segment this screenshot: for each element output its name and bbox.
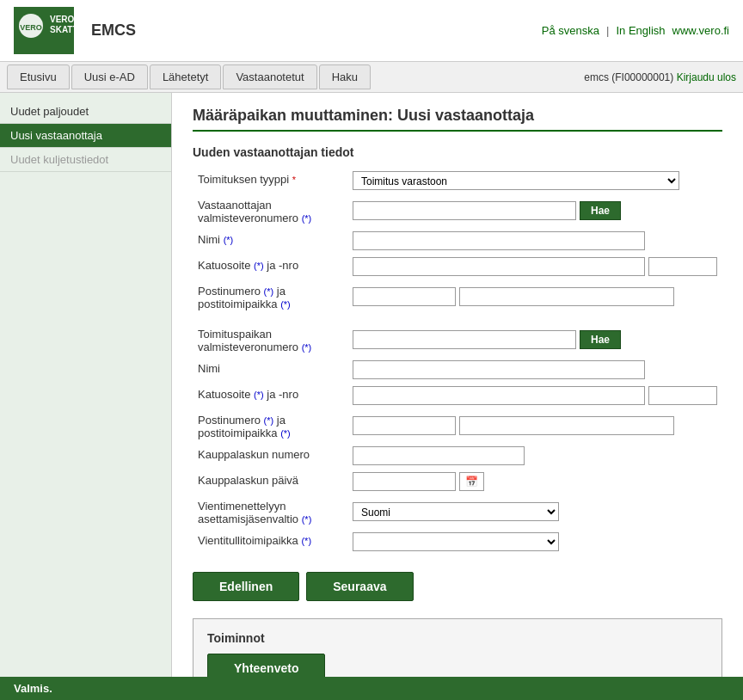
- vientitulli-select[interactable]: [353, 532, 559, 551]
- postitoimipaikka-2-input[interactable]: [459, 416, 674, 435]
- veroskatt-logo: VERO VERO SKATT: [14, 7, 74, 54]
- tab-etusivu[interactable]: Etusivu: [7, 64, 70, 89]
- page-title: Määräpaikan muuttaminen: Uusi vastaanott…: [193, 107, 722, 132]
- toimituksen-tyyppi-select[interactable]: Toimitus varastoon Suora toimitus Vienti: [353, 171, 679, 190]
- sidebar: Uudet paljoudet Uusi vastaanottaja Uudet…: [0, 93, 172, 700]
- postinumero-1-group: [353, 287, 717, 306]
- row-katuosoite-1: Katuosoite (*) ja -nro: [193, 254, 722, 279]
- field-vientitulli: [347, 529, 722, 555]
- header-links: På svenska | In English www.vero.fi: [542, 24, 729, 37]
- label-kauppalaskun-paiva: Kauppalaskun päivä: [193, 469, 347, 494]
- label-nimi-1: Nimi (*): [193, 228, 347, 254]
- paiva-group: 📅: [353, 472, 717, 491]
- field-nimi-2: [347, 357, 722, 383]
- row-postinumero-1: Postinumero (*) ja postitoimipaikka (*): [193, 279, 722, 314]
- content-area: Määräpaikan muuttaminen: Uusi vastaanott…: [172, 93, 743, 700]
- postinumero-2-group: [353, 416, 717, 435]
- label-katuosoite-2: Katuosoite (*) ja -nro: [193, 383, 347, 408]
- user-info: emcs (FI00000001) Kirjaudu ulos: [584, 71, 736, 83]
- postinumero-1-input[interactable]: [353, 287, 456, 306]
- field-vastaanottajan-valmiste: Hae: [347, 193, 722, 228]
- footer-status: Valmis.: [14, 682, 52, 695]
- vientimenettely-select[interactable]: Suomi Ruotsi Saksa: [353, 502, 559, 521]
- katuosoite-2-group: [353, 386, 717, 405]
- toimituspaikan-valmiste-input[interactable]: [353, 330, 576, 349]
- katuosoite-2-input[interactable]: [353, 386, 645, 405]
- sidebar-item-uudet-kuljetustiedot: Uudet kuljetustiedot: [0, 148, 171, 172]
- field-katuosoite-1: [347, 254, 722, 279]
- nro-1-input[interactable]: [648, 257, 717, 276]
- row-nimi-1: Nimi (*): [193, 228, 722, 254]
- tab-haku[interactable]: Haku: [319, 64, 371, 89]
- nro-2-input[interactable]: [648, 386, 717, 405]
- field-katuosoite-2: [347, 383, 722, 408]
- hae-button-2[interactable]: Hae: [580, 330, 621, 349]
- nimi-1-input[interactable]: [353, 231, 645, 250]
- label-postinumero-2: Postinumero (*) ja postitoimipaikka (*): [193, 408, 347, 443]
- label-vastaanottajan-valmiste: Vastaanottajan valmisteveronumero (*): [193, 193, 347, 228]
- logout-link[interactable]: Kirjaudu ulos: [677, 71, 736, 83]
- row-toimituspaikan-valmiste: Toimituspaikan valmisteveronumero (*) Ha…: [193, 322, 722, 357]
- logo-area: VERO VERO SKATT: [14, 7, 74, 54]
- vastaanottajan-valmiste-input[interactable]: [353, 201, 576, 220]
- edellinen-button[interactable]: Edellinen: [193, 572, 299, 601]
- required-star-1: *: [292, 175, 296, 185]
- field-postinumero-2: [347, 408, 722, 443]
- user-id: emcs (FI00000001): [584, 71, 673, 83]
- form-table: Toimituksen tyyppi * Toimitus varastoon …: [193, 168, 722, 555]
- postitoimipaikka-1-input[interactable]: [459, 287, 674, 306]
- katuosoite-1-group: [353, 257, 717, 276]
- label-kauppalaskun-numero: Kauppalaskun numero: [193, 443, 347, 469]
- lang-en-link[interactable]: In English: [616, 24, 665, 37]
- kauppalaskun-numero-input[interactable]: [353, 446, 525, 465]
- tab-vastaanotetut[interactable]: Vastaanotetut: [223, 64, 316, 89]
- row-postinumero-2: Postinumero (*) ja postitoimipaikka (*): [193, 408, 722, 443]
- svg-text:VERO: VERO: [20, 23, 42, 32]
- section-gap-1: [193, 314, 722, 322]
- row-nimi-2: Nimi: [193, 357, 722, 383]
- label-postinumero-1: Postinumero (*) ja postitoimipaikka (*): [193, 279, 347, 314]
- toimituspaikan-field-group: Hae: [353, 330, 717, 349]
- row-kauppalaskun-numero: Kauppalaskun numero: [193, 443, 722, 469]
- row-vientitulli: Vientitullitoimipaikka (*): [193, 529, 722, 555]
- seuraava-button[interactable]: Seuraava: [306, 572, 413, 601]
- postinumero-2-input[interactable]: [353, 416, 456, 435]
- optional-star-1: (*): [302, 213, 312, 224]
- label-katuosoite-1: Katuosoite (*) ja -nro: [193, 254, 347, 279]
- tab-lahetetyt[interactable]: Lähetetyt: [150, 64, 222, 89]
- site-url-link[interactable]: www.vero.fi: [672, 24, 729, 37]
- calendar-button[interactable]: 📅: [459, 472, 484, 491]
- main-layout: Uudet paljoudet Uusi vastaanottaja Uudet…: [0, 93, 743, 700]
- label-vientimenettely: Vientimenettelyyn asettamisjäsenvaltio (…: [193, 494, 347, 529]
- action-buttons: Edellinen Seuraava: [193, 572, 722, 601]
- tab-uusi-e-ad[interactable]: Uusi e-AD: [71, 64, 148, 89]
- field-nimi-1: [347, 228, 722, 254]
- nimi-2-input[interactable]: [353, 360, 645, 379]
- row-kauppalaskun-paiva: Kauppalaskun päivä 📅: [193, 469, 722, 494]
- field-toimituksen-tyyppi: Toimitus varastoon Suora toimitus Vienti: [347, 168, 722, 193]
- field-vientimenettely: Suomi Ruotsi Saksa: [347, 494, 722, 529]
- field-postinumero-1: [347, 279, 722, 314]
- field-toimituspaikan-valmiste: Hae: [347, 322, 722, 357]
- sidebar-item-uudet-paljoudet[interactable]: Uudet paljoudet: [0, 100, 171, 124]
- valmiste-field-group: Hae: [353, 201, 717, 220]
- field-kauppalaskun-numero: [347, 443, 722, 469]
- label-toimituspaikan-valmiste: Toimituspaikan valmisteveronumero (*): [193, 322, 347, 357]
- lang-sv-link[interactable]: På svenska: [542, 24, 599, 37]
- footer: Valmis.: [0, 677, 743, 700]
- header: VERO VERO SKATT EMCS På svenska | In Eng…: [0, 0, 743, 62]
- lang-separator: |: [606, 24, 609, 37]
- field-kauppalaskun-paiva: 📅: [347, 469, 722, 494]
- kauppalaskun-paiva-input[interactable]: [353, 472, 456, 491]
- toiminnot-title: Toiminnot: [207, 631, 708, 645]
- row-toimituksen-tyyppi: Toimituksen tyyppi * Toimitus varastoon …: [193, 168, 722, 193]
- sidebar-item-uusi-vastaanottaja[interactable]: Uusi vastaanottaja: [0, 124, 171, 148]
- katuosoite-1-input[interactable]: [353, 257, 645, 276]
- section-title: Uuden vastaanottajan tiedot: [193, 145, 722, 159]
- navbar: Etusivu Uusi e-AD Lähetetyt Vastaanotetu…: [0, 62, 743, 93]
- row-vientimenettely: Vientimenettelyyn asettamisjäsenvaltio (…: [193, 494, 722, 529]
- label-nimi-2: Nimi: [193, 357, 347, 383]
- row-katuosoite-2: Katuosoite (*) ja -nro: [193, 383, 722, 408]
- hae-button-1[interactable]: Hae: [580, 201, 621, 220]
- svg-text:SKATT: SKATT: [50, 25, 74, 34]
